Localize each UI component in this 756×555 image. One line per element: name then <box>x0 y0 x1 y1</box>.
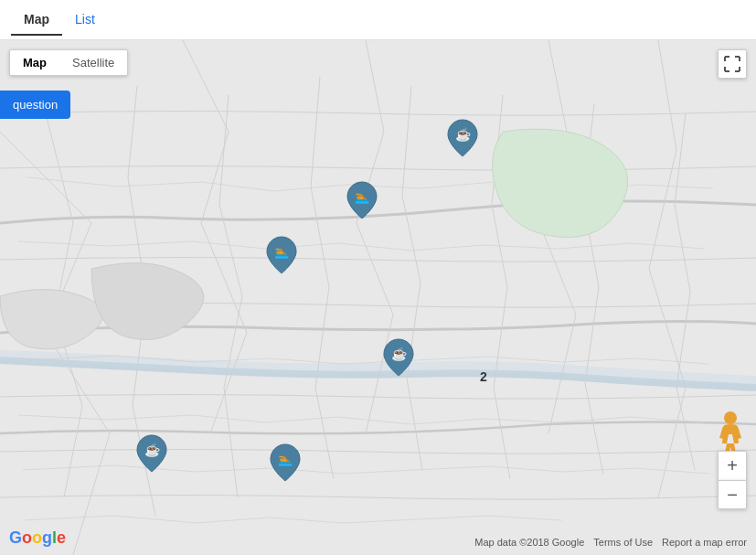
map-type-map-button[interactable]: Map <box>10 50 59 75</box>
zoom-in-button[interactable]: + <box>718 451 747 480</box>
cluster-badge[interactable]: 2 <box>480 369 487 384</box>
map-background <box>0 40 756 555</box>
svg-text:☕: ☕ <box>455 127 472 143</box>
pin-swim-3[interactable]: 🏊 <box>269 443 302 483</box>
fullscreen-button[interactable] <box>718 49 747 79</box>
terms-of-use-link[interactable]: Terms of Use <box>593 537 653 548</box>
svg-text:☕: ☕ <box>144 443 161 458</box>
map-type-satellite-button[interactable]: Satellite <box>59 50 127 75</box>
tab-map[interactable]: Map <box>11 5 62 36</box>
pin-swim-2[interactable]: 🏊 <box>265 235 298 275</box>
pin-coffee-3[interactable]: ☕ <box>135 433 168 474</box>
svg-text:🏊: 🏊 <box>274 244 290 260</box>
question-button[interactable]: question <box>0 91 70 119</box>
pin-coffee-2[interactable]: ☕ <box>382 337 415 378</box>
top-navigation: Map List <box>0 0 756 40</box>
question-label: question <box>13 98 58 112</box>
fullscreen-icon <box>724 56 740 72</box>
map-footer: Map data ©2018 Google Terms of Use Repor… <box>474 537 747 548</box>
map-type-toggle: Map Satellite <box>9 49 128 76</box>
google-logo: Google <box>9 528 66 548</box>
svg-text:🏊: 🏊 <box>278 452 293 467</box>
pin-swim-1[interactable]: 🏊 <box>346 180 378 220</box>
zoom-out-button[interactable]: − <box>718 480 747 509</box>
zoom-controls: + − <box>718 451 747 509</box>
map-data-text: Map data ©2018 Google <box>474 537 584 548</box>
svg-text:🏊: 🏊 <box>355 189 370 205</box>
report-map-error-link[interactable]: Report a map error <box>662 537 747 548</box>
svg-text:☕: ☕ <box>391 347 408 362</box>
svg-point-7 <box>724 411 737 424</box>
tab-list[interactable]: List <box>62 5 108 36</box>
map-container: Map Satellite question ☕ 🏊 🏊 <box>0 40 756 555</box>
pegman-control[interactable] <box>718 411 747 454</box>
pin-coffee-1[interactable]: ☕ <box>446 118 479 158</box>
